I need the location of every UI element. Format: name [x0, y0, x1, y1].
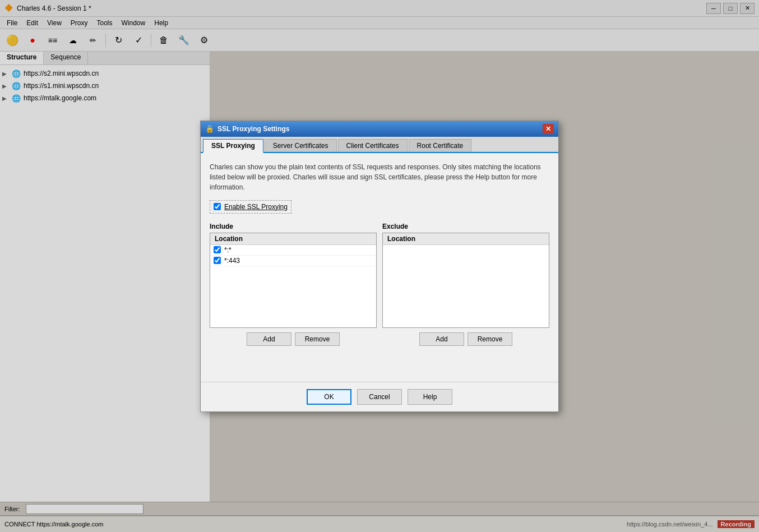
exclude-add-button[interactable]: Add [419, 332, 464, 346]
include-panel-title: Include [210, 223, 377, 230]
dialog-tabs: SSL Proxying Server Certificates Client … [201, 137, 558, 153]
enable-ssl-checkbox[interactable] [214, 203, 221, 210]
include-row-2[interactable]: *:443 [210, 256, 376, 266]
enable-ssl-label[interactable]: Enable SSL Proxying [224, 203, 288, 211]
ssl-proxying-dialog: 🔒 SSL Proxying Settings ✕ SSL Proxying S… [200, 121, 559, 412]
include-row-1[interactable]: *:* [210, 245, 376, 256]
include-row-2-location: *:443 [224, 257, 240, 265]
dialog-title-icon: 🔒 [205, 124, 214, 133]
dialog-tab-server-certs[interactable]: Server Certificates [265, 139, 337, 152]
exclude-remove-button[interactable]: Remove [468, 332, 512, 346]
dialog-title-bar: 🔒 SSL Proxying Settings ✕ [201, 121, 558, 137]
dialog-description: Charles can show you the plain text cont… [210, 162, 549, 192]
dialog-body: Charles can show you the plain text cont… [201, 153, 558, 382]
modal-overlay: 🔒 SSL Proxying Settings ✕ SSL Proxying S… [0, 0, 759, 532]
ok-button[interactable]: OK [307, 389, 351, 405]
exclude-panel-title: Exclude [382, 223, 549, 230]
exclude-location-header: Location [387, 235, 415, 243]
exclude-panel-table: Location [382, 233, 549, 328]
dialog-tab-root-cert[interactable]: Root Certificate [409, 139, 472, 152]
include-remove-button[interactable]: Remove [295, 332, 340, 346]
include-row-2-checkbox[interactable] [214, 257, 221, 264]
exclude-column-header: Location [383, 233, 549, 245]
include-location-header: Location [215, 235, 243, 243]
panels-row: Include Location *:* *:443 [210, 223, 549, 346]
include-column-header: Location [210, 233, 376, 245]
enable-ssl-row: Enable SSL Proxying [210, 200, 291, 214]
exclude-panel-btns: Add Remove [382, 332, 549, 346]
include-add-button[interactable]: Add [247, 332, 291, 346]
dialog-tab-client-certs[interactable]: Client Certificates [338, 139, 408, 152]
include-row-1-location: *:* [224, 246, 232, 254]
dialog-footer: OK Cancel Help [201, 382, 558, 411]
include-panel-table: Location *:* *:443 [210, 233, 377, 328]
dialog-tab-ssl-proxying[interactable]: SSL Proxying [203, 139, 263, 153]
include-panel: Include Location *:* *:443 [210, 223, 377, 346]
include-panel-btns: Add Remove [210, 332, 377, 346]
dialog-close-button[interactable]: ✕ [543, 124, 554, 134]
cancel-button[interactable]: Cancel [357, 389, 402, 405]
help-button[interactable]: Help [408, 389, 452, 405]
include-row-1-checkbox[interactable] [214, 246, 221, 253]
dialog-title-text: SSL Proxying Settings [217, 125, 543, 133]
exclude-panel: Exclude Location Add Remove [382, 223, 549, 346]
